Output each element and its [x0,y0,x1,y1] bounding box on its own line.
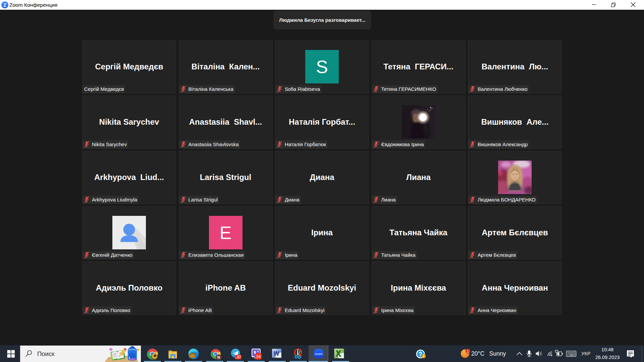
svg-text:34: 34 [256,354,261,359]
svg-text:N: N [217,355,220,359]
svg-text:УКР: УКР [581,351,590,356]
svg-text:1: 1 [467,349,469,353]
svg-text:W: W [274,350,279,357]
svg-text:zoom: zoom [315,352,322,356]
svg-text:..87: ..87 [235,355,241,359]
svg-text:i: i [423,354,424,358]
svg-text:?: ? [419,351,422,358]
